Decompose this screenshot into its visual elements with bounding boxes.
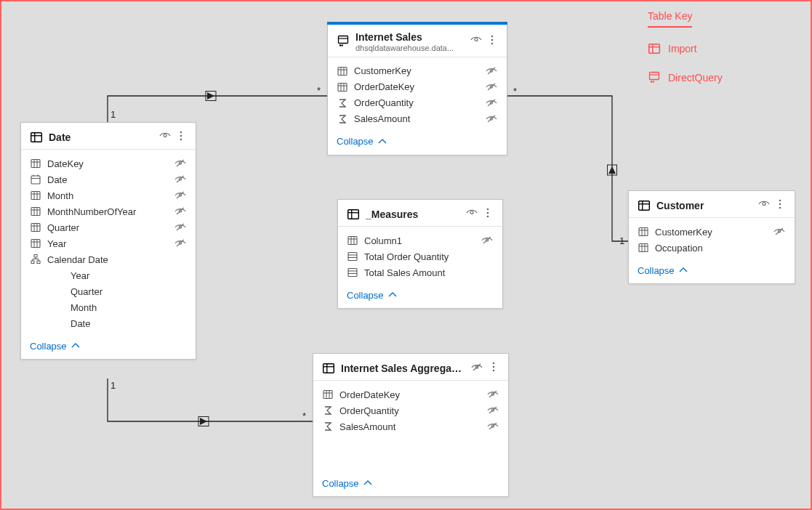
table-title: Internet Sales [355,31,465,44]
field-item[interactable]: Date [21,171,196,187]
column-icon [337,65,348,77]
table-icon [648,42,661,55]
svg-text:*: * [302,410,306,421]
field-item[interactable]: OrderDateKey [328,79,507,95]
field-item[interactable]: Quarter [21,283,196,299]
hierarchy-icon [30,254,41,265]
table-internet-sales[interactable]: Internet Sales dhsqldatawarehouse.data..… [327,22,507,155]
chevron-up-icon [70,340,81,352]
field-item[interactable]: DateKey [21,155,196,171]
svg-text:*: * [317,85,321,96]
table-icon [322,362,335,375]
blank-icon [53,286,65,297]
legend-label: DirectQuery [668,72,723,84]
more-options-button[interactable] [488,361,499,376]
svg-rect-30 [198,417,209,426]
hidden-icon [486,422,499,431]
field-label: Occupation [655,243,786,254]
collapse-button[interactable]: Collapse [347,289,494,301]
column-icon [638,242,649,254]
field-label: SalesAmount [339,421,481,432]
field-item[interactable]: OrderQuantity [328,95,507,111]
hidden-icon [174,207,187,216]
field-item[interactable]: Occupation [629,240,795,256]
table-subtitle: dhsqldatawarehouse.data... [355,44,465,52]
field-label: Quarter [47,222,168,233]
table-header[interactable]: _Measures [338,200,502,227]
field-label: Month [47,190,168,201]
hidden-icon [485,99,498,108]
field-item[interactable]: CustomerKey [328,63,507,79]
hidden-icon [486,390,499,399]
table-header[interactable]: Customer [629,191,795,218]
field-item[interactable]: Year [21,235,196,251]
legend-panel: Table Key Import DirectQuery [648,10,793,100]
field-label: Total Order Quantity [364,251,494,262]
svg-text:*: * [513,86,517,97]
field-item[interactable]: Year [21,267,196,283]
table-title: Customer [656,200,752,212]
sigma-icon [337,97,348,109]
date-icon [30,174,41,185]
table-icon [30,131,43,144]
table-title: Internet Sales Aggregation [341,363,465,375]
column-icon [30,190,41,201]
table-internet-sales-aggregation[interactable]: Internet Sales Aggregation OrderDateKeyO… [313,353,509,497]
column-icon [30,158,41,169]
collapse-button[interactable]: Collapse [638,264,786,276]
table-icon [347,208,360,221]
field-label: Date [71,318,187,329]
svg-rect-34 [608,165,617,175]
field-item[interactable]: Total Sales Amount [338,264,502,280]
more-options-button[interactable] [486,34,498,49]
visibility-icon[interactable] [758,198,770,213]
field-label: Year [47,238,168,249]
field-item[interactable]: Calendar Date [21,251,196,267]
field-item[interactable]: CustomerKey [629,224,795,240]
field-item[interactable]: Month [21,187,196,203]
svg-rect-26 [206,92,216,101]
table-header[interactable]: Internet Sales Aggregation [313,354,508,381]
collapse-button[interactable]: Collapse [337,136,498,147]
table-date[interactable]: Date DateKeyDateMonthMonthNumberOfYearQu… [20,122,196,360]
table-measures[interactable]: _Measures Column1Total Order QuantityTot… [337,199,503,309]
column-icon [347,235,358,246]
column-icon [322,389,334,400]
hidden-icon [174,239,187,248]
visibility-icon[interactable] [470,34,482,49]
visibility-icon[interactable] [159,130,171,145]
field-item[interactable]: MonthNumberOfYear [21,203,196,219]
field-item[interactable]: OrderQuantity [313,402,508,418]
field-item[interactable]: Quarter [21,219,196,235]
directquery-icon [648,71,661,84]
table-customer[interactable]: Customer CustomerKeyOccupation Collapse [628,190,795,284]
hidden-icon [481,236,494,245]
blank-icon [53,270,65,281]
field-label: OrderQuantity [339,405,481,416]
field-item[interactable]: Total Order Quantity [338,248,502,264]
field-item[interactable]: Column1 [338,232,502,248]
column-icon [337,81,348,93]
collapse-button[interactable]: Collapse [30,340,187,352]
model-diagram-canvas[interactable]: 1 * 1 * 1 * Date DateKeyDateMonthMonthNu… [0,0,812,510]
table-header[interactable]: Date [21,123,196,150]
hidden-icon [485,67,498,76]
more-options-button[interactable] [175,130,187,145]
hidden-icon [485,115,498,124]
collapse-button[interactable]: Collapse [322,477,499,489]
field-item[interactable]: Date [21,315,196,331]
sigma-icon [322,421,334,432]
column-icon [30,206,41,217]
column-icon [30,222,41,233]
more-options-button[interactable] [774,198,786,213]
table-header[interactable]: Internet Sales dhsqldatawarehouse.data..… [328,23,507,57]
visibility-icon[interactable] [466,207,478,222]
field-item[interactable]: SalesAmount [328,111,507,127]
svg-text:1: 1 [110,109,116,120]
hidden-icon[interactable] [470,362,483,375]
more-options-button[interactable] [482,207,494,222]
field-item[interactable]: Month [21,299,196,315]
measure-icon [347,267,358,278]
field-item[interactable]: OrderDateKey [313,386,508,402]
field-item[interactable]: SalesAmount [313,418,508,434]
